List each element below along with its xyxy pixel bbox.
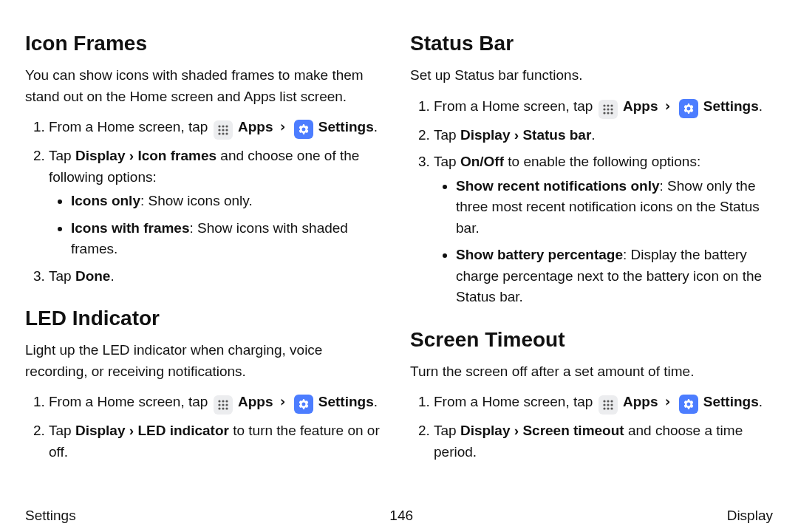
- step2-pre: Tap: [434, 423, 460, 438]
- apps-label: Apps: [238, 119, 273, 134]
- step3-pre: Tap: [49, 268, 75, 284]
- step-icon-frames-path: Tap Display › Icon frames and choose one…: [49, 146, 388, 260]
- text-from-home: From a Home screen, tap: [434, 394, 593, 409]
- status-bar-options: Show recent notifications only: Show onl…: [434, 176, 773, 308]
- step2-path: Display › Screen timeout: [460, 423, 624, 438]
- footer-center: 146: [389, 505, 413, 527]
- step3-post: to enable the following options:: [504, 154, 700, 169]
- heading-icon-frames: Icon Frames: [25, 28, 388, 59]
- option-label: Icons with frames: [71, 220, 190, 236]
- apps-icon: [214, 120, 233, 140]
- settings-label: Settings: [703, 98, 759, 114]
- settings-icon: [294, 120, 313, 139]
- heading-screen-timeout: Screen Timeout: [410, 324, 773, 355]
- step2-post: .: [591, 127, 595, 143]
- steps-status-bar: From a Home screen, tap Apps › Settings.…: [410, 95, 773, 308]
- step-status-bar-path: Tap Display › Status bar.: [434, 125, 773, 146]
- heading-status-bar: Status Bar: [410, 28, 773, 59]
- lead-screen-timeout: Turn the screen off after a set amount o…: [410, 361, 773, 383]
- step2-path: Display › Icon frames: [75, 148, 216, 163]
- step2-pre: Tap: [434, 127, 460, 143]
- option-desc: : Show icons only.: [140, 193, 253, 208]
- settings-icon: [679, 395, 698, 414]
- text-from-home: From a Home screen, tap: [49, 394, 208, 409]
- step-status-bar-onoff: Tap On/Off to enable the following optio…: [434, 151, 773, 308]
- chevron-icon: ›: [662, 98, 673, 114]
- text-from-home: From a Home screen, tap: [434, 98, 593, 114]
- option-label: Show battery percentage: [456, 247, 623, 262]
- step-from-home-right-1: From a Home screen, tap Apps › Settings.: [434, 95, 773, 119]
- settings-label: Settings: [318, 394, 374, 409]
- footer-left: Settings: [25, 505, 76, 527]
- lead-status-bar: Set up Status bar functions.: [410, 65, 773, 86]
- settings-label: Settings: [318, 119, 374, 134]
- heading-led-indicator: LED Indicator: [25, 303, 388, 334]
- apps-label: Apps: [238, 394, 273, 409]
- apps-icon: [598, 100, 618, 119]
- step-led-path: Tap Display › LED indicator to turn the …: [49, 420, 388, 463]
- option-icons-with-frames: Icons with frames: Show icons with shade…: [71, 218, 388, 260]
- step-from-home-right-2: From a Home screen, tap Apps › Settings.: [434, 391, 773, 415]
- step2-path: Display › LED indicator: [75, 423, 229, 438]
- steps-led-indicator: From a Home screen, tap Apps › Settings.…: [25, 391, 388, 463]
- step2-path: Display › Status bar: [460, 127, 591, 143]
- settings-icon: [294, 395, 313, 414]
- settings-label: Settings: [703, 394, 759, 409]
- apps-icon: [598, 395, 618, 415]
- lead-icon-frames: You can show icons with shaded frames to…: [25, 65, 388, 107]
- step-tap-done: Tap Done.: [49, 266, 388, 287]
- option-recent-notifications: Show recent notifications only: Show onl…: [456, 176, 773, 239]
- steps-screen-timeout: From a Home screen, tap Apps › Settings.…: [410, 391, 773, 463]
- chevron-icon: ›: [662, 393, 673, 409]
- step2-pre: Tap: [49, 148, 75, 163]
- step-from-home-left-1: From a Home screen, tap Apps › Settings.: [49, 116, 388, 140]
- option-battery-percentage: Show battery percentage: Display the bat…: [456, 245, 773, 308]
- apps-label: Apps: [623, 98, 658, 114]
- apps-label: Apps: [623, 394, 658, 409]
- steps-icon-frames: From a Home screen, tap Apps › Settings.…: [25, 116, 388, 287]
- step-screen-timeout-path: Tap Display › Screen timeout and choose …: [434, 420, 773, 463]
- lead-led-indicator: Light up the LED indicator when charging…: [25, 340, 388, 382]
- left-column: Icon Frames You can show icons with shad…: [25, 28, 388, 468]
- step3-b: Done: [75, 268, 111, 284]
- text-from-home: From a Home screen, tap: [49, 119, 208, 134]
- step3-pre: Tap: [434, 154, 460, 169]
- icon-frames-options: Icons only: Show icons only. Icons with …: [49, 191, 388, 260]
- two-column-layout: Icon Frames You can show icons with shad…: [25, 28, 773, 468]
- chevron-icon: ›: [277, 393, 288, 409]
- option-icons-only: Icons only: Show icons only.: [71, 191, 388, 212]
- step-from-home-left-2: From a Home screen, tap Apps › Settings.: [49, 391, 388, 415]
- step3-post: .: [110, 268, 114, 284]
- option-label: Show recent notifications only: [456, 178, 660, 194]
- settings-icon: [679, 99, 698, 118]
- apps-icon: [214, 395, 233, 415]
- page-footer: Settings 146 Display: [25, 505, 773, 527]
- right-column: Status Bar Set up Status bar functions. …: [410, 28, 773, 468]
- step2-pre: Tap: [49, 423, 75, 438]
- manual-page: Icon Frames You can show icons with shad…: [0, 0, 798, 532]
- step3-b: On/Off: [460, 154, 504, 169]
- footer-right: Display: [727, 505, 773, 527]
- option-label: Icons only: [71, 193, 140, 208]
- chevron-icon: ›: [277, 118, 288, 134]
